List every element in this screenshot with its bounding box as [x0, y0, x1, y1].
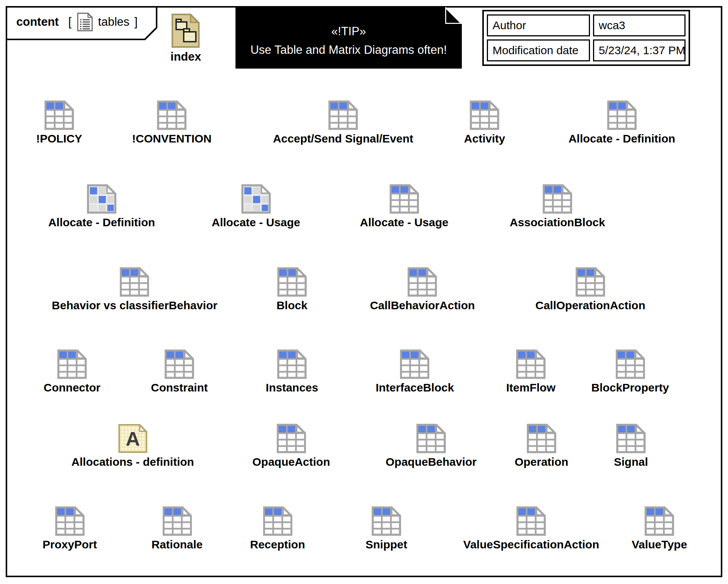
- diagram-item[interactable]: Constraint: [151, 349, 208, 394]
- diagram-item-label: Signal: [614, 456, 648, 468]
- diagram-item[interactable]: !POLICY: [36, 100, 82, 145]
- table-diagram-icon: [389, 184, 419, 214]
- diagram-canvas: content [ tables ]: [0, 0, 728, 584]
- diagram-item[interactable]: Instances: [266, 349, 318, 394]
- tab-kind-label: tables: [98, 15, 130, 29]
- table-diagram-icon: [542, 184, 573, 214]
- table-diagram-icon: [644, 506, 675, 536]
- diagram-item[interactable]: Block: [276, 267, 308, 312]
- matrix-diagram-icon: [241, 184, 271, 214]
- diagram-item[interactable]: Activity: [464, 100, 505, 145]
- diagram-item[interactable]: Reception: [250, 506, 305, 551]
- table-diagram-icon: [276, 423, 306, 454]
- diagram-item-label: Allocations - definition: [71, 456, 194, 468]
- diagram-item[interactable]: Rationale: [151, 506, 202, 551]
- diagram-item-label: !POLICY: [36, 132, 82, 145]
- diagram-item-label: OpaqueBehavior: [386, 456, 477, 468]
- diagram-item-label: Allocate - Definition: [568, 132, 675, 145]
- table-diagram-icon: [416, 423, 446, 454]
- table-diagram-icon: [616, 423, 646, 454]
- diagram-item[interactable]: Snippet: [366, 506, 407, 551]
- diagram-item-label: Rationale: [151, 538, 202, 551]
- index-package-icon: [171, 13, 201, 49]
- table-diagram-icon: [526, 423, 557, 454]
- diagram-item[interactable]: CallBehaviorAction: [370, 267, 475, 312]
- table-diagram-icon: [328, 100, 358, 130]
- diagram-info-table[interactable]: Author wca3 Modification date 5/23/24, 1…: [482, 10, 690, 66]
- table-diagram-icon: [575, 267, 606, 297]
- diagram-item[interactable]: Signal: [614, 423, 648, 468]
- tip-note[interactable]: «!TIP» Use Table and Matrix Diagrams oft…: [235, 7, 462, 69]
- modification-date-value-cell: 5/23/24, 1:37 PM: [593, 39, 686, 61]
- diagram-item[interactable]: OpaqueBehavior: [386, 423, 477, 468]
- table-diagram-icon: [371, 506, 402, 536]
- diagram-item[interactable]: OpaqueAction: [252, 423, 330, 468]
- diagram-item[interactable]: !CONVENTION: [132, 100, 212, 145]
- svg-text:A: A: [126, 428, 140, 450]
- diagram-item-label: Block: [276, 299, 308, 312]
- diagram-item[interactable]: ProxyPort: [42, 506, 97, 551]
- diagram-item-label: AssociationBlock: [510, 216, 605, 229]
- diagram-tab[interactable]: content [ tables ]: [6, 6, 157, 40]
- table-diagram-icon: [44, 100, 74, 130]
- index-label: index: [171, 50, 201, 64]
- table-diagram-icon: [262, 506, 293, 536]
- allocation-table-icon: A: [118, 423, 148, 454]
- diagram-item[interactable]: CallOperationAction: [535, 267, 645, 312]
- diagram-item[interactable]: Connector: [44, 349, 100, 394]
- table-diagram-icon: [615, 349, 645, 379]
- diagram-item-label: Instances: [266, 381, 318, 394]
- matrix-diagram-icon: [86, 184, 117, 214]
- diagram-item-label: Constraint: [151, 381, 208, 394]
- diagram-item-label: Connector: [44, 381, 100, 394]
- diagram-item[interactable]: Allocate - Usage: [212, 184, 300, 229]
- table-diagram-icon: [57, 349, 87, 379]
- table-diagram-icon: [55, 506, 85, 536]
- diagram-item[interactable]: InterfaceBlock: [376, 349, 454, 394]
- tables-document-icon: [77, 12, 93, 32]
- table-diagram-icon: [119, 267, 150, 297]
- table-diagram-icon: [400, 349, 430, 379]
- tip-text: Use Table and Matrix Diagrams often!: [250, 43, 447, 57]
- diagram-item-label: ProxyPort: [42, 538, 97, 551]
- author-label-cell: Author: [487, 14, 590, 36]
- diagram-item-label: CallOperationAction: [535, 299, 645, 312]
- diagram-item[interactable]: AssociationBlock: [510, 184, 605, 229]
- diagram-item[interactable]: A Allocations - definition: [71, 423, 194, 468]
- table-diagram-icon: [607, 100, 637, 130]
- diagram-item-label: Reception: [250, 538, 305, 551]
- diagram-item-label: Allocate - Usage: [212, 216, 300, 229]
- modification-date-label-cell: Modification date: [487, 39, 590, 61]
- diagram-item-label: ValueType: [632, 538, 687, 551]
- table-diagram-icon: [157, 100, 187, 130]
- table-diagram-icon: [277, 349, 307, 379]
- diagram-item-label: ValueSpecificationAction: [463, 538, 599, 551]
- diagram-item[interactable]: ValueType: [632, 506, 687, 551]
- diagram-item-label: Accept/Send Signal/Event: [273, 132, 413, 145]
- diagram-item[interactable]: Operation: [515, 423, 568, 468]
- diagram-item-label: Allocate - Usage: [360, 216, 448, 229]
- diagram-item-label: OpaqueAction: [252, 456, 330, 468]
- table-diagram-icon: [277, 267, 307, 297]
- diagram-item-label: CallBehaviorAction: [370, 299, 475, 312]
- diagram-item[interactable]: Accept/Send Signal/Event: [273, 100, 413, 145]
- diagram-item[interactable]: Allocate - Usage: [360, 184, 448, 229]
- table-diagram-icon: [516, 506, 546, 536]
- diagram-item[interactable]: Allocate - Definition: [48, 184, 155, 229]
- diagram-item-label: Snippet: [366, 538, 407, 551]
- table-diagram-icon: [407, 267, 438, 297]
- tab-bracket-open: [: [68, 15, 72, 29]
- diagram-item[interactable]: BlockProperty: [591, 349, 669, 394]
- diagram-item-label: InterfaceBlock: [376, 381, 454, 394]
- tip-stereotype: «!TIP»: [331, 25, 366, 38]
- diagram-item-label: Behavior vs classifierBehavior: [52, 299, 218, 312]
- diagram-item-label: ItemFlow: [506, 381, 555, 394]
- diagram-item[interactable]: Allocate - Definition: [568, 100, 675, 145]
- index-package-item[interactable]: index: [171, 13, 201, 64]
- diagram-item-label: Activity: [464, 132, 505, 145]
- table-diagram-icon: [162, 506, 192, 536]
- diagram-item[interactable]: ValueSpecificationAction: [463, 506, 599, 551]
- diagram-item-label: Allocate - Definition: [48, 216, 155, 229]
- diagram-item[interactable]: ItemFlow: [506, 349, 555, 394]
- diagram-item[interactable]: Behavior vs classifierBehavior: [52, 267, 218, 312]
